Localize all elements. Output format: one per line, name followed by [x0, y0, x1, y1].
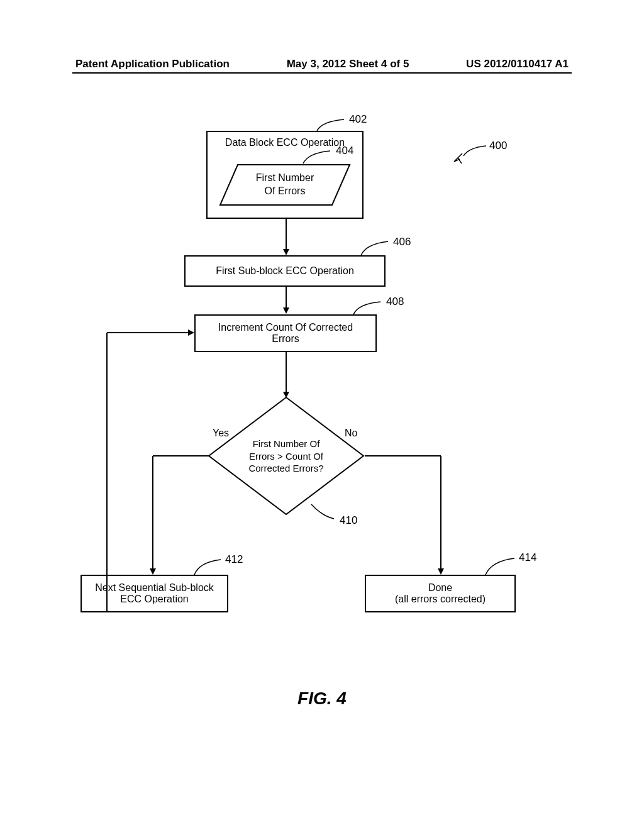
- yes-label: Yes: [213, 428, 229, 439]
- block-410-line1: First Number Of: [208, 438, 365, 450]
- block-406-text: First Sub-block ECC Operation: [216, 265, 354, 277]
- callout-402-line: [316, 118, 347, 132]
- header-divider: [72, 72, 572, 74]
- callout-406: 406: [393, 236, 411, 248]
- callout-402: 402: [349, 113, 367, 126]
- svg-marker-16: [188, 329, 194, 336]
- callout-408-line: [352, 301, 384, 316]
- block-414-line1: Done: [428, 582, 452, 594]
- no-label: No: [345, 428, 357, 439]
- block-406: First Sub-block ECC Operation: [184, 255, 386, 287]
- arrow-402-406: [282, 219, 291, 257]
- header-right: US 2012/0110417 A1: [466, 58, 569, 70]
- callout-400-line: [462, 145, 487, 157]
- callout-412-line: [193, 558, 223, 576]
- block-408: Increment Count Of Corrected Errors: [194, 314, 377, 352]
- block-404-line1: First Number: [219, 172, 351, 185]
- arrow-408-410: [282, 352, 291, 399]
- callout-410-line: [310, 503, 335, 522]
- callout-400: 400: [489, 140, 507, 152]
- header-center: May 3, 2012 Sheet 4 of 5: [287, 58, 409, 70]
- svg-marker-2: [283, 249, 289, 255]
- flowchart-diagram: Data Block ECC Operation First Number Of…: [0, 113, 644, 679]
- figure-label: FIG. 4: [0, 689, 644, 709]
- callout-414: 414: [519, 551, 536, 564]
- svg-marker-4: [283, 307, 289, 314]
- block-414: Done (all errors corrected): [365, 575, 516, 612]
- callout-408: 408: [386, 296, 404, 308]
- callout-410: 410: [340, 514, 357, 527]
- block-408-line2: Errors: [272, 333, 299, 345]
- callout-412: 412: [225, 553, 243, 566]
- block-410-line3: Corrected Errors?: [208, 462, 365, 475]
- arrow-406-408: [282, 287, 291, 315]
- block-410: First Number Of Errors > Count Of Correc…: [208, 396, 365, 516]
- block-410-line2: Errors > Count Of: [208, 450, 365, 462]
- block-404: First Number Of Errors: [219, 163, 351, 206]
- callout-404-line: [302, 150, 333, 165]
- svg-marker-13: [438, 568, 444, 575]
- callout-406-line: [360, 240, 391, 257]
- arrow-no: [364, 451, 445, 577]
- header-left: Patent Application Publication: [75, 58, 230, 70]
- block-408-line1: Increment Count Of Corrected: [218, 322, 353, 333]
- arrow-loop: [103, 328, 197, 617]
- block-404-line2: Of Errors: [219, 185, 351, 198]
- callout-404: 404: [336, 145, 353, 157]
- block-414-line2: (all errors corrected): [395, 594, 486, 605]
- callout-414-line: [484, 557, 517, 576]
